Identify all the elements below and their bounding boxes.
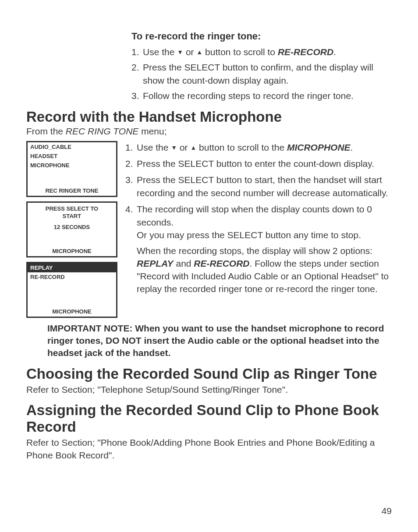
- re-record-steps: 1. Use the ▼ or ▲ button to scroll to RE…: [131, 46, 392, 102]
- step-text: Press the SELECT button to enter the cou…: [137, 157, 392, 170]
- mic-steps: 1. Use the ▼ or ▲ button to scroll to th…: [125, 141, 392, 242]
- refer-text: Refer to Section; "Phone Book/Adding Pho…: [26, 436, 392, 462]
- step-num: 3.: [125, 173, 137, 199]
- section-assign-phonebook-title: Assigning the Recorded Sound Clip to Pho…: [26, 402, 392, 435]
- re-record-section: To re-record the ringer tone: 1. Use the…: [131, 31, 392, 102]
- step-text: Press the SELECT button to start, then t…: [137, 173, 392, 199]
- refer-text: Refer to Section; "Telephone Setup/Sound…: [26, 383, 392, 396]
- lcd-line: PRESS SELECT TO: [46, 205, 98, 212]
- important-note: IMPORTANT NOTE: When you want to use the…: [47, 322, 392, 359]
- step-num: 1.: [131, 46, 143, 58]
- target-microphone: MICROPHONE: [287, 142, 351, 152]
- menu-name: REC RING TONE: [66, 126, 138, 136]
- step-2: 2. Press the SELECT button to enter the …: [125, 157, 392, 170]
- lcd-line: HEADSET: [28, 151, 116, 161]
- step-text: Press the SELECT button to confirm, and …: [143, 61, 392, 87]
- step-num: 2.: [131, 61, 143, 87]
- lcd-line: AUDIO_CABLE: [28, 142, 116, 151]
- lcd-line: MICROPHONE: [28, 161, 116, 170]
- down-arrow-icon: ▼: [177, 48, 183, 57]
- lcd-line: RE-RECORD: [28, 272, 116, 282]
- option-re-record: RE-RECORD: [194, 258, 249, 268]
- after-steps-paragraph: When the recording stops, the display wi…: [137, 245, 392, 296]
- step-3: 3. Follow the recording steps to record …: [131, 89, 392, 102]
- lcd-footer: MICROPHONE: [28, 307, 116, 317]
- lcd-footer: MICROPHONE: [28, 246, 116, 256]
- step-1: 1. Use the ▼ or ▲ button to scroll to th…: [125, 141, 392, 154]
- lcd-line-highlighted: REPLAY: [28, 263, 116, 272]
- step-num: 3.: [131, 89, 143, 102]
- lcd-screen-1: AUDIO_CABLE HEADSET MICROPHONE REC RINGE…: [26, 141, 117, 197]
- up-arrow-icon: ▲: [190, 144, 196, 152]
- step-text: The recording will stop when the display…: [137, 203, 392, 241]
- step-text: Follow the recording steps to record the…: [143, 89, 392, 102]
- step-num: 4.: [125, 203, 137, 241]
- lcd-line: START: [63, 213, 81, 219]
- step-2: 2. Press the SELECT button to confirm, a…: [131, 61, 392, 87]
- lcd-screen-3: REPLAY RE-RECORD MICROPHONE: [26, 262, 117, 318]
- target-re-record: RE-RECORD: [278, 47, 333, 57]
- step-3: 3. Press the SELECT button to start, the…: [125, 173, 392, 199]
- lcd-screens-column: AUDIO_CABLE HEADSET MICROPHONE REC RINGE…: [26, 141, 117, 318]
- section-record-mic-title: Record with the Handset Microphone: [26, 109, 392, 125]
- lcd-screen-2: PRESS SELECT TO START 12 SECONDS MICROPH…: [26, 201, 117, 257]
- step-num: 2.: [125, 157, 137, 170]
- up-arrow-icon: ▲: [196, 48, 202, 57]
- page-number: 49: [382, 506, 392, 516]
- section-choose-ringer-title: Choosing the Recorded Sound Clip as Ring…: [26, 366, 392, 382]
- step-text: Use the ▼ or ▲ button to scroll to RE-RE…: [143, 46, 392, 58]
- from-menu-line: From the REC RING TONE menu;: [26, 126, 392, 137]
- step-1: 1. Use the ▼ or ▲ button to scroll to RE…: [131, 46, 392, 58]
- columns-layout: AUDIO_CABLE HEADSET MICROPHONE REC RINGE…: [26, 141, 392, 318]
- re-record-heading: To re-record the ringer tone:: [131, 31, 392, 42]
- down-arrow-icon: ▼: [171, 144, 177, 152]
- step-4: 4. The recording will stop when the disp…: [125, 203, 392, 241]
- step-text: Use the ▼ or ▲ button to scroll to the M…: [137, 141, 392, 154]
- lcd-footer: REC RINGER TONE: [28, 186, 116, 196]
- option-replay: REPLAY: [137, 258, 174, 268]
- step-num: 1.: [125, 141, 137, 154]
- steps-column: 1. Use the ▼ or ▲ button to scroll to th…: [125, 141, 392, 296]
- lcd-line: 12 SECONDS: [54, 224, 90, 230]
